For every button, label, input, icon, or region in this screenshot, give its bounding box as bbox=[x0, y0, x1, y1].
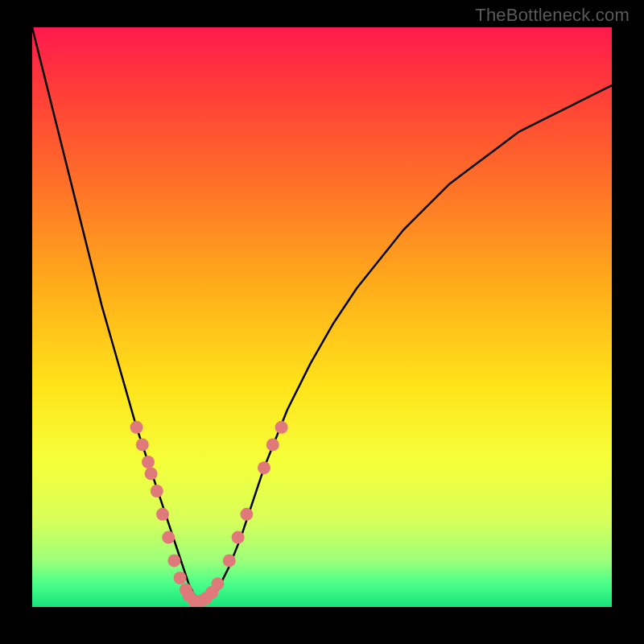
curve-marker bbox=[232, 531, 245, 544]
watermark: TheBottleneck.com bbox=[475, 5, 630, 26]
curve-marker bbox=[151, 485, 163, 497]
curve-marker bbox=[156, 508, 169, 521]
curve-marker bbox=[211, 577, 224, 590]
curve-marker bbox=[223, 554, 236, 567]
curve-marker bbox=[167, 554, 180, 567]
bottleneck-curve-path bbox=[32, 27, 612, 601]
curve-marker bbox=[145, 467, 158, 480]
curve-marker bbox=[142, 456, 155, 469]
curve-marker bbox=[162, 531, 175, 544]
curve-marker bbox=[174, 572, 187, 584]
plot-area bbox=[32, 27, 612, 607]
curve-marker bbox=[136, 438, 149, 451]
chart-frame: TheBottleneck.com bbox=[0, 0, 644, 644]
curve-marker bbox=[240, 508, 253, 521]
curve-marker bbox=[130, 421, 143, 434]
curve-marker bbox=[266, 438, 279, 451]
curve-layer bbox=[32, 27, 612, 607]
curve-marker bbox=[258, 461, 270, 474]
curve-marker bbox=[275, 421, 288, 434]
